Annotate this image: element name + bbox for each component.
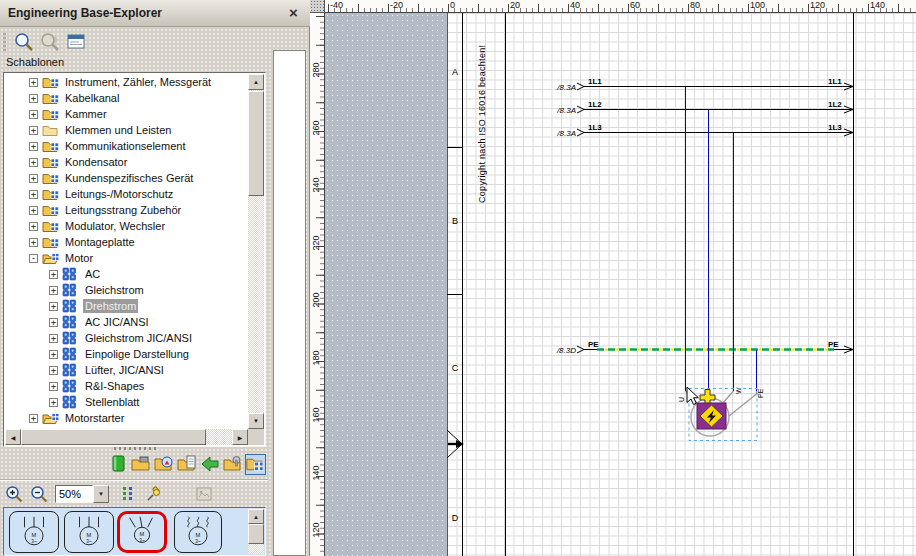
open-stencil-icon[interactable] xyxy=(130,454,151,475)
tree-item[interactable]: +AC xyxy=(5,266,248,282)
scroll-right-icon[interactable] xyxy=(232,429,248,445)
stencil-shapes-icon[interactable] xyxy=(245,454,266,475)
tree-item[interactable]: +Leitungs-/Motorschutz xyxy=(5,186,248,202)
expand-toggle-icon[interactable]: + xyxy=(49,366,58,375)
scroll-thumb[interactable] xyxy=(248,524,264,544)
tree-item[interactable]: +Modulator, Wechsler xyxy=(5,218,248,234)
tree-item[interactable]: -Motor xyxy=(5,250,248,266)
expand-toggle-icon[interactable]: + xyxy=(29,206,38,215)
stencil-icon xyxy=(62,331,79,345)
expand-toggle-icon[interactable]: + xyxy=(29,142,38,151)
tree-item[interactable]: +Gleichstrom xyxy=(5,282,248,298)
motor-3ac-a-shape[interactable]: M3~ xyxy=(9,511,59,553)
scroll-thumb[interactable] xyxy=(21,429,206,445)
expand-toggle-icon[interactable]: + xyxy=(29,222,38,231)
motor-3ac-b-shape[interactable]: M3~ xyxy=(64,511,114,553)
properties-window-icon[interactable] xyxy=(64,30,88,54)
stencil-icon xyxy=(62,363,79,377)
stencil-report-icon[interactable] xyxy=(176,454,197,475)
expand-toggle-icon[interactable]: + xyxy=(49,286,58,295)
splitter-handle[interactable] xyxy=(114,447,156,450)
expand-toggle-icon[interactable]: + xyxy=(29,238,38,247)
tree-item[interactable]: +Leitungsstrang Zubehör xyxy=(5,202,248,218)
stencil-icon xyxy=(62,283,79,297)
tree-item[interactable]: +Kammer xyxy=(5,106,248,122)
expand-toggle-icon[interactable]: + xyxy=(29,110,38,119)
expand-toggle-icon[interactable]: + xyxy=(49,382,58,391)
expand-toggle-icon[interactable]: + xyxy=(49,398,58,407)
expand-toggle-icon[interactable]: + xyxy=(29,158,38,167)
hruler-label: 20 xyxy=(510,0,520,10)
tree-item[interactable]: +Einpolige Darstellung xyxy=(5,346,248,362)
toolbar-grip-icon[interactable] xyxy=(3,33,6,51)
folder-shapes-icon xyxy=(42,91,59,105)
zoom-combobox[interactable] xyxy=(55,485,109,503)
scroll-down-icon[interactable] xyxy=(248,413,264,429)
palette-scrollbar[interactable] xyxy=(248,509,264,554)
panel-titlebar[interactable]: Engineering Base-Explorer × xyxy=(0,0,310,27)
search-icon[interactable] xyxy=(12,30,36,54)
hruler-label: 140 xyxy=(870,0,885,10)
tree-item[interactable]: +Kundenspezifisches Gerät xyxy=(5,170,248,186)
pin-icon[interactable] xyxy=(143,483,165,505)
expand-toggle-icon[interactable]: + xyxy=(29,414,38,423)
tree-item[interactable]: +Kondensator xyxy=(5,154,248,170)
zone-label-b: B xyxy=(452,216,458,226)
expand-toggle-icon[interactable]: + xyxy=(49,270,58,279)
scroll-up-icon[interactable] xyxy=(248,74,264,90)
scroll-up-icon[interactable] xyxy=(248,509,264,524)
folder-plain-icon xyxy=(42,123,59,137)
close-icon[interactable]: × xyxy=(285,5,302,22)
zoom-input[interactable] xyxy=(55,485,93,503)
expand-toggle-icon[interactable]: - xyxy=(29,254,38,263)
expand-toggle-icon[interactable]: + xyxy=(49,334,58,343)
expand-toggle-icon[interactable]: + xyxy=(49,302,58,311)
tree-item[interactable]: +Gleichstrom JIC/ANSI xyxy=(5,330,248,346)
drawing-canvas[interactable]: A B C D Copyright nach ISO 16016 beachte… xyxy=(325,13,916,556)
motor-drehstrom-shape[interactable]: M3~ xyxy=(117,511,167,553)
expand-toggle-icon[interactable]: + xyxy=(49,318,58,327)
back-icon[interactable] xyxy=(199,454,220,475)
expand-toggle-icon[interactable]: + xyxy=(29,94,38,103)
expand-toggle-icon[interactable]: + xyxy=(29,174,38,183)
scroll-thumb[interactable] xyxy=(248,91,264,196)
browse-stencil-icon[interactable] xyxy=(153,454,174,475)
tree-item[interactable]: +AC JIC/ANSI xyxy=(5,314,248,330)
page-frame xyxy=(447,13,854,556)
folder-shapes-icon xyxy=(42,187,59,201)
tree-vertical-scrollbar[interactable] xyxy=(248,74,264,429)
tree-item[interactable]: +Kabelkanal xyxy=(5,90,248,106)
tree-item[interactable]: +Motorstarter xyxy=(5,410,248,426)
phase-wires[interactable] xyxy=(577,83,853,136)
pe-wire[interactable] xyxy=(577,346,853,353)
wire-label: PE xyxy=(828,340,839,349)
expand-toggle-icon[interactable]: + xyxy=(49,350,58,359)
stencil-icon xyxy=(62,347,79,361)
expand-toggle-icon[interactable]: + xyxy=(29,126,38,135)
tree-item[interactable]: +Klemmen und Leisten xyxy=(5,122,248,138)
stencil-edit-icon[interactable] xyxy=(222,454,243,475)
zoom-dropdown-icon[interactable] xyxy=(93,485,109,503)
zone-label-a: A xyxy=(452,67,458,77)
expand-toggle-icon[interactable]: + xyxy=(29,190,38,199)
tree-item[interactable]: +R&I-Shapes xyxy=(5,378,248,394)
zoom-out-icon[interactable] xyxy=(28,483,50,505)
svg-text:M: M xyxy=(196,532,201,538)
tree-item[interactable]: +Drehstrom xyxy=(5,298,248,314)
hruler-label: -20 xyxy=(390,0,403,10)
tree-item[interactable]: +Montageplatte xyxy=(5,234,248,250)
panel-toolbar xyxy=(0,28,310,55)
new-stencil-icon[interactable] xyxy=(107,454,128,475)
expand-toggle-icon[interactable]: + xyxy=(29,78,38,87)
snap-grid-icon[interactable] xyxy=(118,483,140,505)
tree-item[interactable]: +Lüfter, JIC/ANSI xyxy=(5,362,248,378)
scroll-left-icon[interactable] xyxy=(5,429,21,445)
zoom-in-icon[interactable] xyxy=(3,483,25,505)
vruler-label: 280 xyxy=(311,55,321,85)
tab-schablonen[interactable]: Schablonen xyxy=(0,56,270,72)
tree-item[interactable]: +Kommunikationselement xyxy=(5,138,248,154)
tree-item[interactable]: +Instrument, Zähler, Messgerät xyxy=(5,74,248,90)
tree-item[interactable]: +Stellenblatt xyxy=(5,394,248,410)
motor-3ac-coils-shape[interactable]: M3~ xyxy=(174,511,222,553)
tree-horizontal-scrollbar[interactable] xyxy=(5,429,248,445)
